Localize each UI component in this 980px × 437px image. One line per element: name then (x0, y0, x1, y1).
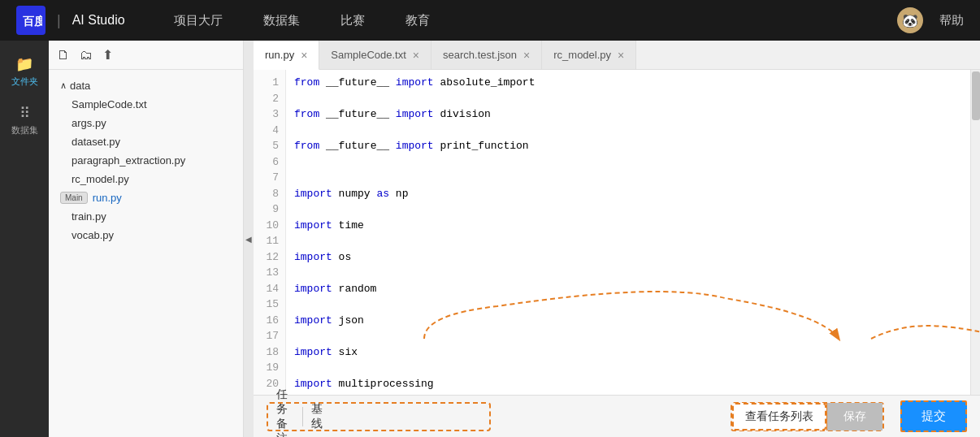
tabs-bar: run.py × SampleCode.txt × search.test.js… (254, 41, 980, 70)
tab-rcmodel[interactable]: rc_model.py × (542, 41, 636, 69)
tree-file-train[interactable]: train.py (49, 207, 243, 226)
baseline-label: 基线 (303, 402, 331, 431)
tab-runpy[interactable]: run.py × (254, 41, 319, 70)
upload-icon[interactable]: ⬆ (102, 47, 113, 63)
tab-samplecode[interactable]: SampleCode.txt × (319, 41, 431, 69)
tree-file-samplecode[interactable]: SampleCode.txt (49, 95, 243, 114)
sidebar-dataset-label: 数据集 (11, 124, 38, 136)
tree-file-args[interactable]: args.py (49, 114, 243, 132)
main-badge: Main (60, 192, 88, 204)
tree-file-rcmodel[interactable]: rc_model.py (49, 170, 243, 188)
collapse-panel-arrow[interactable]: ◀ (244, 41, 254, 437)
user-avatar[interactable]: 🐼 (897, 7, 923, 33)
logo-separator: | (57, 12, 61, 29)
tab-searchjson[interactable]: search.test.json × (431, 41, 542, 69)
nav-item-project[interactable]: 项目大厅 (174, 13, 223, 28)
logo-area: 百度 | AI Studio (16, 6, 125, 35)
tab-runpy-label: run.py (265, 49, 294, 61)
tree-file-runpy[interactable]: run.py (93, 192, 122, 204)
file-tree-panel: 🗋 🗂 ⬆ ∧ data SampleCode.txt args.py data… (49, 41, 244, 437)
nav-item-dataset[interactable]: 数据集 (263, 13, 300, 28)
run-py-row: Main run.py (49, 188, 243, 207)
code-content[interactable]: from __future__ import absolute_import f… (286, 70, 970, 395)
save-button[interactable]: 保存 (826, 403, 882, 431)
ai-studio-label: AI Studio (72, 13, 125, 28)
task-note-box: 任务备注 基线 (267, 402, 491, 431)
tab-rcmodel-label: rc_model.py (553, 49, 611, 61)
tab-samplecode-label: SampleCode.txt (331, 49, 406, 61)
editor-area: run.py × SampleCode.txt × search.test.js… (254, 41, 980, 437)
view-tasks-button[interactable]: 查看任务列表 (732, 403, 826, 431)
nav-item-contest[interactable]: 比赛 (340, 13, 365, 28)
folder-icon: 📁 (15, 55, 33, 73)
new-folder-icon[interactable]: 🗂 (80, 48, 93, 63)
sidebar-item-datasets[interactable]: ⠿ 数据集 (7, 97, 43, 143)
tree-file-dataset[interactable]: dataset.py (49, 132, 243, 151)
sidebar-item-files[interactable]: 📁 文件夹 (7, 49, 43, 94)
top-navigation: 百度 | AI Studio 项目大厅 数据集 比赛 教育 🐼 帮助 (0, 0, 980, 41)
tab-rcmodel-close[interactable]: × (618, 50, 624, 61)
action-buttons-box: 查看任务列表 保存 (731, 402, 884, 431)
scrollbar-thumb[interactable] (972, 71, 980, 120)
tab-searchjson-label: search.test.json (443, 49, 517, 61)
file-tree-header: 🗋 🗂 ⬆ (49, 41, 243, 70)
new-file-icon[interactable]: 🗋 (57, 48, 70, 63)
tab-runpy-close[interactable]: × (301, 50, 307, 61)
tree-file-vocab[interactable]: vocab.py (49, 226, 243, 244)
folder-arrow-icon: ∧ (60, 80, 67, 91)
bottom-panel: 任务备注 基线 查看任务列表 保存 提交 (254, 395, 980, 437)
submit-button[interactable]: 提交 (900, 400, 967, 432)
nav-right: 🐼 帮助 (897, 7, 964, 33)
tree-file-paragraph[interactable]: paragraph_extraction.py (49, 151, 243, 170)
vertical-scrollbar[interactable] (970, 70, 980, 395)
sidebar: 📁 文件夹 ⠿ 数据集 (0, 41, 49, 437)
sidebar-files-label: 文件夹 (11, 76, 38, 88)
folder-name: data (70, 80, 90, 92)
help-link[interactable]: 帮助 (939, 13, 964, 28)
nav-items: 项目大厅 数据集 比赛 教育 (174, 13, 897, 28)
line-numbers: 1234 5678 9101112 13141516 17181920 2122… (254, 70, 286, 395)
svg-text:百度: 百度 (23, 15, 42, 28)
nav-item-education[interactable]: 教育 (405, 13, 430, 28)
baseline-input[interactable] (331, 410, 489, 423)
tab-searchjson-close[interactable]: × (523, 50, 530, 61)
code-editor: 1234 5678 9101112 13141516 17181920 2122… (254, 70, 980, 395)
task-note-label: 任务备注 (268, 387, 302, 438)
main-layout: 📁 文件夹 ⠿ 数据集 🗋 🗂 ⬆ ∧ data SampleCode.txt … (0, 41, 980, 437)
tab-samplecode-close[interactable]: × (413, 50, 419, 61)
dataset-icon: ⠿ (20, 104, 30, 122)
tree-folder-data[interactable]: ∧ data (49, 76, 243, 95)
baidu-logo-icon: 百度 (16, 6, 46, 35)
file-tree-body: ∧ data SampleCode.txt args.py dataset.py… (49, 70, 243, 437)
